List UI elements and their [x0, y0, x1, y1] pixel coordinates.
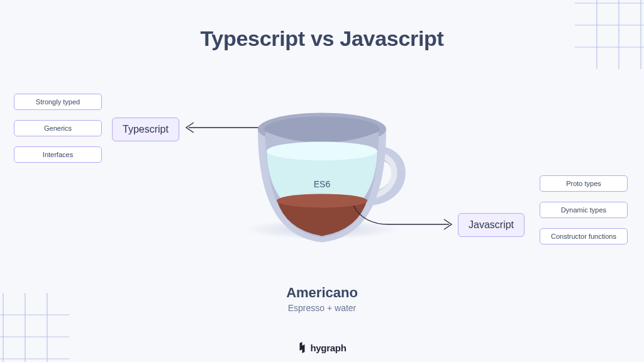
caption-subtitle: Espresso + water	[0, 303, 644, 313]
brand-logo: hygraph	[297, 342, 346, 353]
feature-chip-strongly-typed: Strongly typed	[14, 94, 102, 110]
es6-label: ES6	[314, 179, 330, 189]
javascript-label: Javascript	[458, 213, 525, 237]
feature-chip-constructor-functions: Constructor functions	[540, 228, 628, 244]
arrow-javascript	[351, 202, 455, 236]
feature-chip-interfaces: Interfaces	[14, 146, 102, 163]
typescript-label: Typescript	[112, 118, 179, 141]
svg-point-15	[267, 141, 377, 160]
brand-name: hygraph	[310, 343, 346, 353]
feature-chip-proto-types: Proto types	[540, 175, 628, 192]
hygraph-icon	[297, 342, 306, 353]
feature-chip-dynamic-types: Dynamic types	[540, 202, 628, 218]
feature-chip-generics: Generics	[14, 120, 102, 136]
page-title: Typescript vs Javascript	[0, 0, 644, 51]
diagram-stage: Strongly typed Generics Interfaces Types…	[0, 57, 644, 296]
